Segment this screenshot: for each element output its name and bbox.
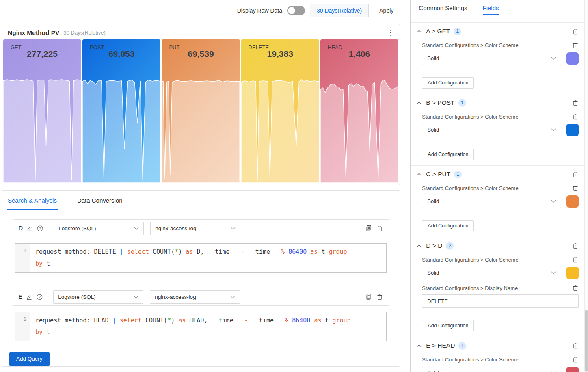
kebab-menu-icon[interactable]: [388, 28, 394, 38]
section-header: B > POST1: [416, 97, 579, 108]
add-query-button[interactable]: Add Query: [9, 352, 50, 366]
config-label-row: Standard Configurations > Color Scheme: [422, 356, 579, 363]
help-icon[interactable]: ?: [36, 294, 43, 301]
query-editor-E[interactable]: 1request_method: HEAD | select COUNT(*) …: [15, 312, 387, 341]
tab-data-conversion[interactable]: Data Conversion: [76, 191, 123, 210]
color-swatch[interactable]: [566, 52, 579, 65]
delete-config-icon[interactable]: [572, 356, 579, 363]
code-token: |: [120, 248, 127, 255]
add-configuration-button[interactable]: Add Configuration: [422, 220, 474, 231]
chevron-down-icon: [231, 227, 236, 230]
color-scheme-select[interactable]: Solid: [422, 52, 561, 65]
code-token: *: [175, 248, 178, 255]
color-scheme-value: Solid: [427, 198, 439, 204]
collapse-icon[interactable]: [416, 101, 422, 105]
display-raw-data-label: Display Raw Data: [237, 7, 282, 14]
delete-field-icon[interactable]: [572, 28, 579, 35]
display-raw-data-toggle[interactable]: [287, 6, 305, 15]
method-panel-head[interactable]: HEAD1,406: [320, 39, 398, 183]
datasource-type-select[interactable]: Logstore (SQL): [54, 222, 144, 235]
collapse-icon[interactable]: [416, 30, 422, 33]
add-configuration-button[interactable]: Add Configuration: [422, 149, 474, 160]
query-editor-D[interactable]: 1request_method: DELETE | select COUNT(*…: [15, 243, 387, 273]
section-header: C > PUT1: [416, 169, 579, 180]
time-range-button[interactable]: 30 Days(Relative): [310, 4, 369, 17]
edit-query-icon[interactable]: [26, 225, 33, 231]
color-scheme-select[interactable]: Solid: [422, 366, 561, 372]
display-name-input[interactable]: [422, 294, 579, 308]
delete-config-icon[interactable]: [572, 113, 579, 120]
svg-text:?: ?: [39, 226, 41, 230]
sidebar-scrollbar[interactable]: [584, 0, 588, 372]
query-header-E: E?Logstore (SQL)nginx-access-log: [13, 288, 389, 306]
code-token: COUNT(: [145, 317, 167, 324]
help-icon[interactable]: ?: [37, 225, 43, 232]
section-title: E > HEAD: [426, 342, 455, 349]
color-swatch[interactable]: [566, 367, 579, 372]
delete-field-icon[interactable]: [572, 99, 579, 106]
edit-query-icon[interactable]: [26, 294, 32, 300]
query-actions: [365, 293, 383, 301]
svg-text:?: ?: [39, 295, 41, 299]
field-section-e-head: E > HEAD1Standard Configurations > Color…: [411, 337, 588, 372]
color-scheme-select[interactable]: Solid: [422, 123, 561, 136]
delete-config-icon[interactable]: [572, 256, 579, 263]
color-scheme-value: Solid: [427, 127, 439, 133]
apply-button[interactable]: Apply: [374, 4, 399, 17]
code-token: 86400: [292, 317, 314, 324]
config-count-badge: 1: [458, 342, 466, 350]
code-token: |: [112, 317, 120, 324]
logstore-value: nginx-access-log: [155, 294, 196, 300]
delete-query-icon[interactable]: [376, 293, 383, 301]
duplicate-query-icon[interactable]: [365, 225, 372, 232]
code-token: %: [285, 317, 292, 324]
code-token: __time__: [252, 317, 285, 324]
toggle-knob: [288, 7, 295, 14]
collapse-icon[interactable]: [416, 244, 422, 248]
add-configuration-button[interactable]: Add Configuration: [422, 320, 474, 331]
color-swatch[interactable]: [566, 124, 579, 136]
chart-time-range: 30 Days(Relative): [63, 30, 105, 36]
delete-config-icon[interactable]: [572, 285, 579, 292]
delete-field-icon[interactable]: [572, 171, 579, 178]
code-token: ): [178, 248, 186, 255]
sparkline-head: [320, 78, 398, 183]
color-scheme-select[interactable]: Solid: [422, 266, 561, 279]
code-token: group: [333, 317, 351, 324]
method-panel-post[interactable]: POST69,053: [82, 39, 160, 183]
method-panel-get[interactable]: GET277,225: [3, 39, 81, 183]
logstore-select[interactable]: nginx-access-log: [150, 290, 240, 304]
code-token: request_method: DELETE: [35, 248, 120, 255]
tab-fields[interactable]: Fields: [483, 0, 499, 15]
datasource-type-select[interactable]: Logstore (SQL): [53, 290, 143, 304]
code-token: by: [35, 260, 46, 267]
delete-config-icon[interactable]: [572, 185, 579, 192]
color-swatch[interactable]: [566, 267, 579, 279]
code-token: as: [310, 248, 321, 255]
collapse-icon[interactable]: [416, 344, 422, 348]
collapse-icon[interactable]: [416, 173, 422, 176]
tab-common-settings[interactable]: Common Settings: [419, 0, 467, 15]
delete-query-icon[interactable]: [376, 225, 383, 232]
code-token: t: [46, 329, 50, 336]
delete-field-icon[interactable]: [572, 342, 579, 349]
chevron-down-icon: [551, 57, 556, 60]
config-control-row: Solid: [422, 266, 579, 279]
method-panel-delete[interactable]: DELETE19,383: [241, 39, 319, 183]
section-header: D > D2: [416, 240, 579, 251]
code-token: *: [167, 317, 171, 324]
tab-search-analysis[interactable]: Search & Analysis: [7, 191, 58, 210]
delete-field-icon[interactable]: [572, 242, 579, 249]
duplicate-query-icon[interactable]: [365, 293, 372, 301]
config-count-badge: 1: [454, 171, 462, 178]
config-label-row: Standard Configurations > Display Name: [422, 285, 579, 292]
chevron-down-icon: [230, 296, 235, 298]
color-swatch[interactable]: [566, 195, 579, 208]
scrollbar-thumb[interactable]: [585, 310, 588, 372]
delete-config-icon[interactable]: [572, 42, 579, 49]
sparkline-post: [82, 78, 160, 183]
method-panel-put[interactable]: PUT69,539: [162, 39, 240, 183]
logstore-select[interactable]: nginx-access-log: [150, 222, 240, 235]
color-scheme-select[interactable]: Solid: [422, 195, 561, 208]
add-configuration-button[interactable]: Add Configuration: [422, 77, 474, 89]
